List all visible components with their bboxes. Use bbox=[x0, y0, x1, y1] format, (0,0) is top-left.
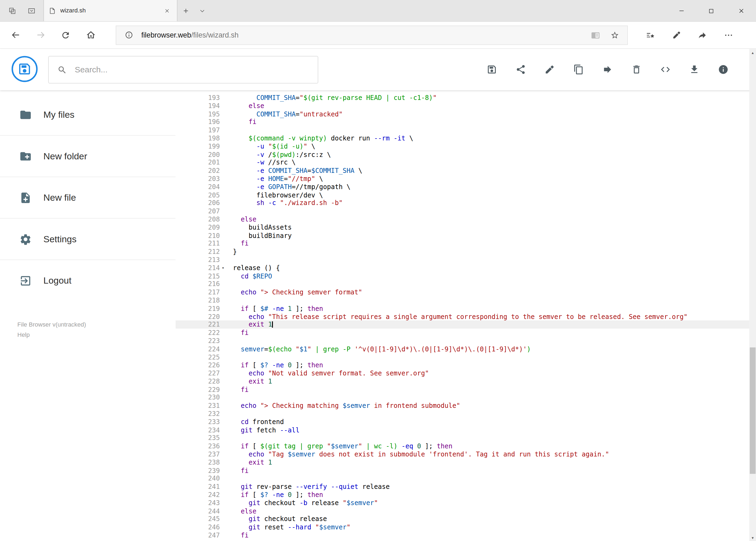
code-line[interactable]: 229 fi bbox=[175, 385, 749, 393]
code-line[interactable]: 241 git rev-parse --verify --quiet relea… bbox=[175, 483, 749, 491]
scroll-up-icon[interactable]: ▲ bbox=[749, 49, 756, 56]
code-line[interactable]: 231 echo "> Checking matching $semver in… bbox=[175, 402, 749, 410]
code-line[interactable]: 237 echo "Tag $semver does not exist in … bbox=[175, 450, 749, 458]
scrollbar-thumb[interactable] bbox=[750, 347, 755, 474]
code-line[interactable]: 218 bbox=[175, 296, 749, 304]
code-line[interactable]: 244 else bbox=[175, 507, 749, 515]
url-bar[interactable]: filebrowser.web/files/wizard.sh bbox=[116, 25, 628, 45]
close-button[interactable] bbox=[726, 0, 756, 22]
code-icon[interactable] bbox=[654, 58, 677, 81]
favorite-star-icon[interactable] bbox=[606, 26, 624, 44]
code-line[interactable]: 224 semver=$(echo "$1" | grep -P '^v(0|[… bbox=[175, 345, 749, 353]
code-line[interactable]: 212} bbox=[175, 248, 749, 256]
code-line[interactable]: 239 fi bbox=[175, 466, 749, 475]
search-box[interactable] bbox=[48, 56, 318, 84]
edit-icon[interactable] bbox=[538, 58, 561, 81]
code-line[interactable]: 240 bbox=[175, 475, 749, 483]
download-icon[interactable] bbox=[683, 58, 706, 81]
code-line[interactable]: 197 bbox=[175, 126, 749, 134]
code-line[interactable]: 217 echo "> Checking semver format" bbox=[175, 288, 749, 296]
sidebar-item-new-file[interactable]: New file bbox=[0, 177, 175, 219]
code-line[interactable]: 206 sh -c "./wizard.sh -b" bbox=[175, 199, 749, 207]
code-line[interactable]: 215 cd $REPO bbox=[175, 272, 749, 280]
code-line[interactable]: 220 echo "This release script requires a… bbox=[175, 312, 749, 320]
code-line[interactable]: 235 bbox=[175, 434, 749, 442]
code-line[interactable]: 211 fi bbox=[175, 240, 749, 248]
code-line[interactable]: 223 bbox=[175, 337, 749, 345]
code-line[interactable]: 227 echo "Not valid semver format. See s… bbox=[175, 369, 749, 377]
maximize-button[interactable] bbox=[696, 0, 726, 22]
code-line[interactable]: 193 COMMIT_SHA="$(git rev-parse HEAD | c… bbox=[175, 94, 749, 102]
code-line[interactable]: 242 if [ $? -ne 0 ]; then bbox=[175, 491, 749, 499]
page-scrollbar[interactable]: ▲ ▼ bbox=[749, 49, 756, 541]
search-input[interactable] bbox=[75, 65, 309, 75]
code-line[interactable]: 195 COMMIT_SHA="untracked" bbox=[175, 110, 749, 118]
code-line[interactable]: 222 fi bbox=[175, 329, 749, 337]
code-line[interactable]: 247 fi bbox=[175, 531, 749, 539]
tab-close-icon[interactable] bbox=[161, 5, 172, 16]
share-page-icon[interactable] bbox=[690, 21, 715, 48]
code-line[interactable]: 199 -u "$(id -u)" \ bbox=[175, 142, 749, 151]
code-line[interactable]: 203 -e HOME="//tmp" \ bbox=[175, 175, 749, 183]
minimize-button[interactable] bbox=[666, 0, 696, 22]
code-line[interactable]: 205 filebrowser/dev \ bbox=[175, 191, 749, 199]
forward-button[interactable] bbox=[28, 21, 53, 48]
code-line[interactable]: 226 if [ $? -ne 0 ]; then bbox=[175, 361, 749, 369]
sidebar-item-logout[interactable]: Logout bbox=[0, 260, 175, 302]
code-line[interactable]: 238 exit 1 bbox=[175, 458, 749, 466]
code-line[interactable]: 214▾release () { bbox=[175, 264, 749, 272]
code-line[interactable]: 207 bbox=[175, 207, 749, 215]
code-line[interactable]: 210 buildBinary bbox=[175, 232, 749, 240]
code-line[interactable]: 233 cd frontend bbox=[175, 418, 749, 426]
code-line[interactable]: 230 bbox=[175, 393, 749, 402]
code-line[interactable]: 201 -w //src \ bbox=[175, 159, 749, 167]
code-line[interactable]: 221 exit 1 bbox=[175, 320, 749, 329]
code-line[interactable]: 243 git checkout -b release "$semver" bbox=[175, 499, 749, 507]
scroll-down-icon[interactable]: ▼ bbox=[749, 534, 756, 541]
fold-marker-icon[interactable]: ▾ bbox=[220, 264, 226, 272]
code-line[interactable]: 246 git reset --hard "$semver" bbox=[175, 523, 749, 531]
save-icon[interactable] bbox=[480, 58, 503, 81]
code-editor[interactable]: 193 COMMIT_SHA="$(git rev-parse HEAD | c… bbox=[175, 90, 749, 541]
code-line[interactable]: 202 -e COMMIT_SHA=$COMMIT_SHA \ bbox=[175, 167, 749, 175]
code-line[interactable]: 196 fi bbox=[175, 118, 749, 126]
hub-favorites-icon[interactable] bbox=[637, 21, 663, 48]
code-line[interactable]: 245 git checkout release bbox=[175, 515, 749, 523]
sidebar-item-my-files[interactable]: My files bbox=[0, 94, 175, 136]
site-info-icon[interactable] bbox=[120, 26, 137, 44]
back-button[interactable] bbox=[3, 21, 28, 48]
sidebar-item-new-folder[interactable]: New folder bbox=[0, 136, 175, 177]
tab-preview-icon[interactable] bbox=[23, 0, 40, 21]
code-line[interactable]: 204 -e GOPATH=//tmp/gopath \ bbox=[175, 183, 749, 191]
reading-view-icon[interactable] bbox=[587, 26, 604, 44]
code-line[interactable]: 194 else bbox=[175, 102, 749, 110]
code-line[interactable]: 225 bbox=[175, 353, 749, 361]
code-line[interactable]: 200 -v /$(pwd):/src:z \ bbox=[175, 151, 749, 159]
more-options-icon[interactable] bbox=[715, 21, 741, 48]
help-link[interactable]: Help bbox=[17, 330, 175, 340]
web-note-icon[interactable] bbox=[663, 21, 689, 48]
sidebar-item-settings[interactable]: Settings bbox=[0, 219, 175, 260]
info-icon[interactable] bbox=[712, 58, 735, 81]
new-tab-button[interactable] bbox=[177, 0, 194, 22]
home-button[interactable] bbox=[78, 21, 103, 48]
code-line[interactable]: 232 bbox=[175, 410, 749, 418]
copy-icon[interactable] bbox=[567, 58, 590, 81]
browser-tab[interactable]: wizard.sh bbox=[44, 0, 177, 21]
tab-list-chevron-icon[interactable] bbox=[194, 0, 210, 22]
filebrowser-logo[interactable] bbox=[12, 56, 38, 82]
code-line[interactable]: 228 exit 1 bbox=[175, 377, 749, 385]
share-icon[interactable] bbox=[509, 58, 533, 81]
code-line[interactable]: 209 buildAssets bbox=[175, 224, 749, 232]
code-line[interactable]: 213 bbox=[175, 256, 749, 264]
code-line[interactable]: 198 $(command -v winpty) docker run --rm… bbox=[175, 134, 749, 142]
refresh-button[interactable] bbox=[53, 21, 78, 48]
code-line[interactable]: 236 if [ $(git tag | grep "$semver" | wc… bbox=[175, 442, 749, 450]
code-line[interactable]: 216 bbox=[175, 280, 749, 288]
move-icon[interactable] bbox=[596, 58, 619, 81]
code-line[interactable]: 208 else bbox=[175, 215, 749, 224]
set-tabs-aside-icon[interactable] bbox=[4, 0, 20, 21]
code-line[interactable]: 219 if [ $# -ne 1 ]; then bbox=[175, 304, 749, 312]
code-line[interactable]: 234 git fetch --all bbox=[175, 426, 749, 434]
delete-icon[interactable] bbox=[625, 58, 648, 81]
